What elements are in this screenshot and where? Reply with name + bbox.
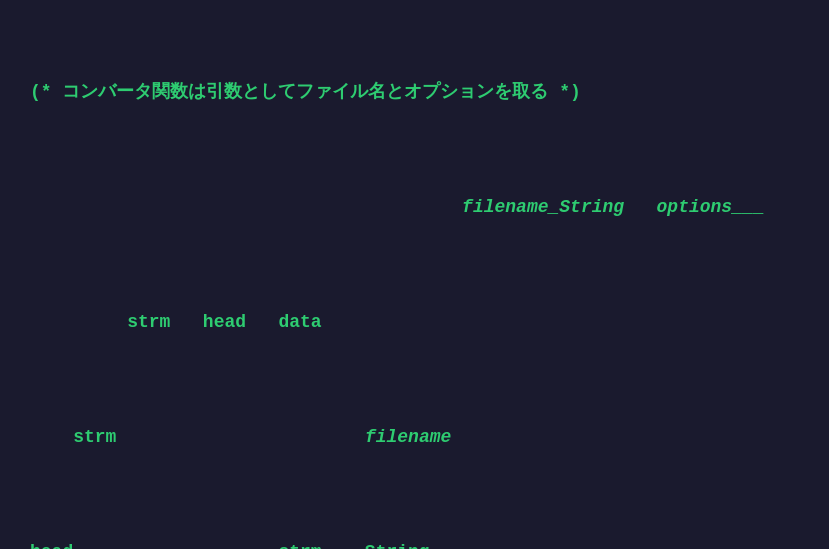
options-label: options___ xyxy=(657,197,765,217)
line-5: head strm String xyxy=(30,538,765,549)
line-2-space xyxy=(624,197,656,217)
line-1: (* コンバータ関数は引数としてファイル名とオプションを取る *) xyxy=(30,78,765,107)
line-4: strm filename xyxy=(30,394,765,480)
line-2: filename_String options___ xyxy=(30,164,765,250)
line-3: strm head data xyxy=(30,308,765,337)
filename-string-label: filename_String xyxy=(462,197,624,217)
line-4-strm: strm xyxy=(73,427,365,447)
main-content: (* コンバータ関数は引数としてファイル名とオプションを取る *) filena… xyxy=(30,20,765,549)
filename-italic: filename xyxy=(365,427,451,447)
line-2-indent xyxy=(73,197,462,217)
